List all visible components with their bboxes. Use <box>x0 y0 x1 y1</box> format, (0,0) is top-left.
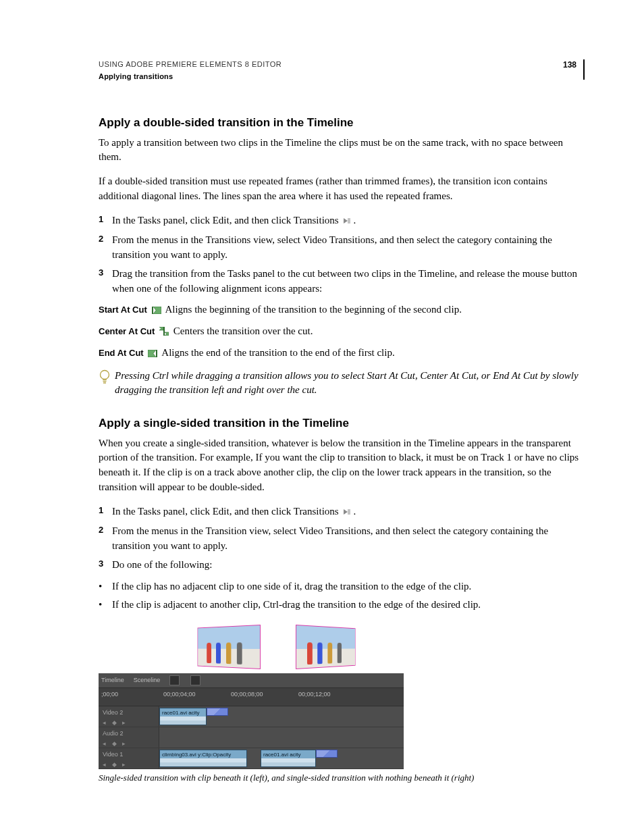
svg-marker-10 <box>344 509 348 515</box>
list-item: 3 Drag the transition from the Tasks pan… <box>99 267 585 296</box>
step-number: 1 <box>99 213 112 230</box>
svg-rect-8 <box>156 350 157 357</box>
step-number: 1 <box>99 504 112 521</box>
track-audio2: Audio 2 ◂ ◆ ▸ <box>99 727 404 748</box>
timecode: 00;00;08;00 <box>231 690 263 699</box>
svg-marker-4 <box>159 327 163 330</box>
def-term: Center At Cut <box>99 326 155 336</box>
step-text: Do one of the following: <box>112 558 585 573</box>
header-left: USING ADOBE PREMIERE ELEMENTS 8 EDITOR A… <box>99 59 555 82</box>
bullet-text: If the clip is adjacent to another clip,… <box>112 598 481 613</box>
time-ruler: ;00;00 00;00;04;00 00;00;08;00 00;00;12;… <box>99 688 404 706</box>
page-number: 138 <box>555 59 581 71</box>
track-label: Video 2 ◂ ◆ ▸ <box>99 706 159 727</box>
figure-caption: Single-sided transition with clip beneat… <box>99 772 585 785</box>
svg-rect-6 <box>163 327 165 336</box>
svg-marker-5 <box>165 332 169 336</box>
svg-rect-11 <box>348 509 350 515</box>
svg-point-9 <box>101 370 109 379</box>
running-header: USING ADOBE PREMIERE ELEMENTS 8 EDITOR A… <box>99 59 585 82</box>
s1-steps: 1 In the Tasks panel, click Edit, and th… <box>99 213 585 296</box>
track-lane: race01.avi acity <box>159 706 404 727</box>
timeline-tabs: Timeline Sceneline <box>99 673 404 688</box>
transition-icon <box>316 750 338 758</box>
svg-marker-0 <box>344 218 348 224</box>
timecode: ;00;00 <box>101 690 118 699</box>
end-at-cut-icon <box>148 347 157 362</box>
track-video2: Video 2 ◂ ◆ ▸ race01.avi acity <box>99 706 404 727</box>
s2-bullets: • If the clip has no adjacent clip to on… <box>99 579 585 613</box>
timeline-panel: Timeline Sceneline ;00;00 00;00;04;00 00… <box>99 673 404 769</box>
track-lane: climbing03.avi y:Clip:Opacity race01.avi… <box>159 748 404 768</box>
track-label: Video 1 ◂ ◆ ▸ <box>99 748 159 768</box>
transition-icon <box>207 708 228 716</box>
clip: race01.avi acity <box>159 708 207 725</box>
timecode: 00;00;12;00 <box>298 690 331 699</box>
list-item: • If the clip has no adjacent clip to on… <box>99 579 585 594</box>
thumbnail-right <box>296 625 356 669</box>
transitions-icon <box>343 506 351 521</box>
svg-marker-3 <box>153 307 161 314</box>
track-lane <box>159 727 404 748</box>
s1-p2: If a double-sided transition must use re… <box>99 174 585 204</box>
tab-sceneline: Sceneline <box>134 676 161 685</box>
def-text: Centers the transition over the cut. <box>173 325 313 336</box>
heading-double-sided: Apply a double-sided transition in the T… <box>99 115 585 132</box>
tip-text: Pressing Ctrl while dragging a transitio… <box>115 369 585 398</box>
figure-wrap: Timeline Sceneline ;00;00 00;00;04;00 00… <box>99 625 404 769</box>
step-number: 3 <box>99 558 112 573</box>
header-section: Applying transitions <box>99 72 555 82</box>
header-title: USING ADOBE PREMIERE ELEMENTS 8 EDITOR <box>99 59 555 70</box>
page: USING ADOBE PREMIERE ELEMENTS 8 EDITOR A… <box>0 0 644 834</box>
def-term: Start At Cut <box>99 305 147 315</box>
list-item: 1 In the Tasks panel, click Edit, and th… <box>99 504 585 521</box>
def-text: Aligns the beginning of the transition t… <box>165 304 462 315</box>
bullet-text: If the clip has no adjacent clip to one … <box>112 579 471 594</box>
svg-rect-1 <box>348 218 350 224</box>
lightbulb-icon <box>99 369 113 389</box>
s1-p1: To apply a transition between two clips … <box>99 136 585 165</box>
figure-thumbs <box>99 625 404 669</box>
def-term: End At Cut <box>99 348 144 358</box>
step-number: 2 <box>99 524 112 554</box>
center-at-cut-icon <box>159 325 169 340</box>
s2-p1: When you create a single-sided transitio… <box>99 436 585 495</box>
step-number: 2 <box>99 233 112 263</box>
figure-timeline: Timeline Sceneline ;00;00 00;00;04;00 00… <box>99 625 585 785</box>
tool-icon <box>169 675 180 685</box>
step-number: 3 <box>99 267 112 296</box>
svg-rect-2 <box>152 307 153 314</box>
s2-steps: 1 In the Tasks panel, click Edit, and th… <box>99 504 585 573</box>
step-text: From the menus in the Transitions view, … <box>112 233 585 263</box>
header-right: 138 <box>555 59 585 82</box>
step-text: From the menus in the Transition view, s… <box>112 524 585 554</box>
heading-single-sided: Apply a single-sided transition in the T… <box>99 415 585 432</box>
tab-timeline: Timeline <box>101 676 124 685</box>
def-end-at-cut: End At Cut Aligns the end of the transit… <box>99 346 585 362</box>
tip: Pressing Ctrl while dragging a transitio… <box>99 369 585 398</box>
clip: race01.avi acity <box>261 750 316 767</box>
list-item: 1 In the Tasks panel, click Edit, and th… <box>99 213 585 230</box>
step-text: Drag the transition from the Tasks panel… <box>112 267 585 296</box>
clip: climbing03.avi y:Clip:Opacity <box>159 750 247 767</box>
start-at-cut-icon <box>152 304 161 319</box>
list-item: 2 From the menus in the Transition view,… <box>99 524 585 554</box>
track-video1: Video 1 ◂ ◆ ▸ climbing03.avi y:Clip:Opac… <box>99 748 404 769</box>
step-text: In the Tasks panel, click Edit, and then… <box>112 504 585 521</box>
svg-marker-7 <box>148 350 156 357</box>
list-item: 3 Do one of the following: <box>99 558 585 573</box>
step-text: In the Tasks panel, click Edit, and then… <box>112 213 585 230</box>
def-start-at-cut: Start At Cut Aligns the beginning of the… <box>99 303 585 319</box>
track-label: Audio 2 ◂ ◆ ▸ <box>99 727 159 748</box>
transitions-icon <box>343 215 351 230</box>
list-item: 2 From the menus in the Transitions view… <box>99 233 585 263</box>
tool-icon <box>190 675 200 685</box>
def-center-at-cut: Center At Cut Centers the transition ove… <box>99 324 585 340</box>
bullet: • <box>99 598 112 613</box>
def-text: Aligns the end of the transition to the … <box>161 347 394 358</box>
header-rule <box>583 59 585 80</box>
thumbnail-left <box>198 625 261 669</box>
list-item: • If the clip is adjacent to another cli… <box>99 598 585 613</box>
bullet: • <box>99 579 112 594</box>
timecode: 00;00;04;00 <box>163 690 196 699</box>
